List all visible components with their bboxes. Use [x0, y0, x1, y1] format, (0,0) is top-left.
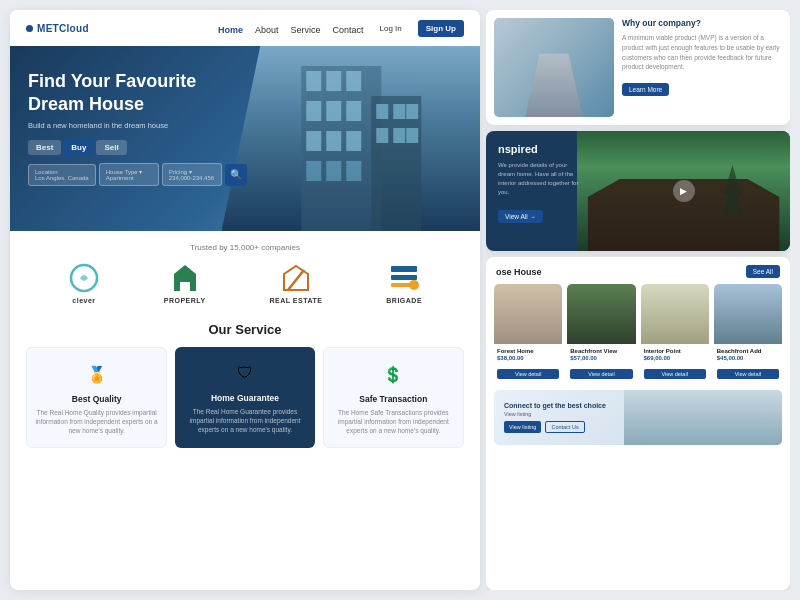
hero-title: Find Your Favourite Dream House — [28, 70, 228, 115]
tab-buy[interactable]: Buy — [63, 140, 94, 155]
hero-section: Find Your Favourite Dream House Build a … — [10, 46, 480, 231]
hero-tabs: Best Buy Sell — [28, 140, 247, 155]
house-type-dropdown[interactable]: House Type ▾ Apartment — [99, 163, 159, 186]
see-all-button[interactable]: See All — [746, 265, 780, 278]
house-price-1: $38,00.00 — [497, 355, 559, 361]
left-panel: METCloud Home About Service Contact Log … — [10, 10, 480, 590]
why-section: Why our company? A minimum viable produc… — [486, 10, 790, 125]
service-guarantee: 🛡 Home Guarantee The Real Home Guarantee… — [175, 347, 314, 448]
house-detail-btn-2[interactable]: View detail — [570, 369, 632, 379]
location-dropdown[interactable]: Location Los Angles, Canada — [28, 164, 96, 186]
guarantee-desc: The Real Home Guarantee provides imparti… — [183, 407, 306, 434]
svg-rect-25 — [391, 275, 417, 280]
svg-rect-3 — [346, 71, 361, 91]
nav-about[interactable]: About — [255, 25, 279, 35]
svg-rect-4 — [306, 101, 321, 121]
view-listing-button[interactable]: View listing — [504, 421, 541, 433]
brand-clever: clever — [68, 262, 100, 304]
nav-service[interactable]: Service — [290, 25, 320, 35]
svg-rect-18 — [393, 128, 405, 143]
house-info-1: Forest Home $38,00.00 View detail — [494, 344, 562, 384]
pricing-label: Pricing ▾ — [169, 168, 215, 175]
svg-rect-15 — [393, 104, 405, 119]
realestate-logo-icon — [280, 262, 312, 294]
svg-rect-7 — [306, 131, 321, 151]
brands-row: clever PROPERLY REAL ES — [26, 262, 464, 304]
nav-contact[interactable]: Contact — [333, 25, 364, 35]
svg-line-23 — [288, 270, 304, 290]
svg-rect-12 — [346, 161, 361, 181]
house-info-4: Beachfront Add $45,00.00 View detail — [714, 344, 782, 384]
trusted-label: Trusted by 15,000+ companies — [26, 243, 464, 252]
house-name-1: Forest Home — [497, 348, 559, 354]
inspired-text: We provide details of your dream home. H… — [498, 161, 580, 197]
svg-rect-17 — [376, 128, 388, 143]
quality-desc: The Real Home Quality provides impartial… — [35, 408, 158, 435]
hero-subtitle: Build a new homeland in the dream house — [28, 121, 208, 130]
house-silhouette — [577, 161, 790, 251]
house-info-2: Beachfront View $57,00.00 View detail — [567, 344, 635, 384]
house-name-4: Beachfront Add — [717, 348, 779, 354]
trusted-section: Trusted by 15,000+ companies clever — [10, 231, 480, 312]
svg-rect-6 — [346, 101, 361, 121]
properly-logo-icon — [169, 262, 201, 294]
tab-best[interactable]: Best — [28, 140, 61, 155]
transaction-title: Safe Transaction — [332, 394, 455, 404]
right-panel: Why our company? A minimum viable produc… — [486, 10, 790, 590]
why-building-image — [494, 18, 614, 117]
building-shape — [518, 38, 590, 117]
svg-rect-19 — [406, 128, 418, 143]
brand-clever-name: clever — [72, 297, 95, 304]
house-detail-btn-1[interactable]: View detail — [497, 369, 559, 379]
interior-buttons: View listing Contact Us — [504, 421, 606, 433]
brand-brigade-name: BRIGADE — [386, 297, 422, 304]
inspired-section: nspired We provide details of your dream… — [486, 131, 790, 251]
services-title: Our Service — [26, 322, 464, 337]
brand-properly-name: PROPERLY — [164, 297, 206, 304]
nav-home[interactable]: Home — [218, 25, 243, 35]
pricing-dropdown[interactable]: Pricing ▾ 234,000-234,456 — [162, 163, 222, 186]
brigade-logo-icon — [388, 262, 420, 294]
choose-section: ose House See All Forest Home $38,00.00 … — [486, 257, 790, 590]
login-button[interactable]: Log In — [380, 24, 402, 33]
svg-rect-8 — [326, 131, 341, 151]
quality-icon: 🏅 — [83, 360, 111, 388]
signup-button[interactable]: Sign Up — [418, 20, 464, 37]
guarantee-icon: 🛡 — [231, 359, 259, 387]
svg-point-27 — [409, 280, 419, 290]
quality-title: Best Quality — [35, 394, 158, 404]
view-all-button[interactable]: View All → — [498, 210, 543, 223]
house-name-2: Beachfront View — [570, 348, 632, 354]
house-type-label: House Type ▾ — [106, 168, 152, 175]
logo: METCloud — [26, 23, 89, 34]
learn-more-button[interactable]: Learn More — [622, 83, 669, 96]
tab-sell[interactable]: Sell — [96, 140, 126, 155]
house-info-3: Interior Point $69,00.00 View detail — [641, 344, 709, 384]
house-card-4: Beachfront Add $45,00.00 View detail — [714, 284, 782, 384]
house-detail-btn-4[interactable]: View detail — [717, 369, 779, 379]
house-detail-btn-3[interactable]: View detail — [644, 369, 706, 379]
hero-content: Find Your Favourite Dream House Build a … — [28, 70, 247, 186]
service-transaction: 💲 Safe Transaction The Home Safe Transac… — [323, 347, 464, 448]
location-sub: Los Angles, Canada — [35, 175, 89, 181]
clever-logo-icon — [68, 262, 100, 294]
brand-realestate-name: REAL ESTATE — [269, 297, 322, 304]
choose-title: ose House — [496, 267, 542, 277]
search-button[interactable]: 🔍 — [225, 164, 247, 186]
brand-properly: PROPERLY — [164, 262, 206, 304]
svg-rect-1 — [306, 71, 321, 91]
transaction-desc: The Home Safe Transactions provides impa… — [332, 408, 455, 435]
hero-search: Location Los Angles, Canada House Type ▾… — [28, 163, 247, 186]
svg-rect-5 — [326, 101, 341, 121]
inspired-content: nspired We provide details of your dream… — [486, 131, 592, 235]
house-type-sub: Apartment — [106, 175, 152, 181]
interior-section: Connect to get the best choice View list… — [486, 390, 790, 451]
svg-rect-2 — [326, 71, 341, 91]
svg-rect-11 — [326, 161, 341, 181]
svg-marker-21 — [174, 265, 196, 291]
svg-rect-9 — [346, 131, 361, 151]
play-button[interactable]: ▶ — [673, 180, 695, 202]
interior-text: Connect to get the best choice View list… — [494, 394, 616, 441]
house-price-3: $69,00.00 — [644, 355, 706, 361]
contact-us-button[interactable]: Contact Us — [545, 421, 584, 433]
